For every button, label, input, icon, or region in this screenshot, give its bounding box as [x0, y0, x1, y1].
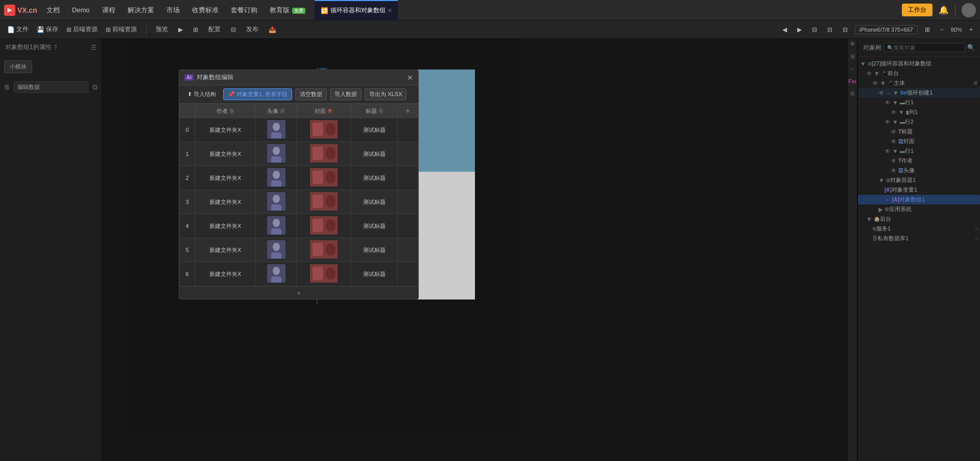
export-xlsx-button[interactable]: 导出为 XLSX [365, 88, 407, 100]
tree-loop-create[interactable]: 👁 → ▼ for 循环创建1 [858, 88, 980, 98]
eye-icon-5[interactable]: 👁 [891, 109, 897, 116]
tree-avatar[interactable]: 👁 🖼 头像 [858, 166, 980, 175]
device-selector[interactable]: iPhone6/7/8 375×667 [855, 25, 918, 34]
collapse-3[interactable]: ▼ [893, 89, 899, 97]
tree-backend[interactable]: ▼ 🏠 后台 [858, 214, 980, 224]
cell-title[interactable]: 测试标题 [351, 118, 398, 142]
search-input[interactable] [893, 44, 962, 51]
nav-docs[interactable]: 文档 [43, 6, 63, 15]
table-row[interactable]: 0新建文件夹X测试标题 [180, 118, 418, 142]
cell-cover[interactable] [296, 214, 351, 238]
eye-icon-2[interactable]: 👁 [872, 80, 878, 87]
user-avatar[interactable] [962, 3, 976, 17]
preview-button[interactable]: 预览 [153, 24, 171, 35]
file-button[interactable]: 📄 文件 [4, 24, 32, 35]
search-icon-btn[interactable]: 🔍 [967, 44, 975, 51]
nav-arrow-icon[interactable]: → [886, 89, 892, 97]
cell-title[interactable]: 测试标题 [351, 190, 398, 214]
settings-icon-2[interactable]: ⚙ [973, 80, 978, 86]
tree-obj-container[interactable]: ▼ ⊞ 对象容器1 [858, 175, 980, 185]
collapse-6[interactable]: ▼ [892, 119, 898, 126]
collapse-as[interactable]: ▶ [878, 206, 883, 213]
collapse-5[interactable]: ▼ [898, 109, 904, 116]
logo[interactable]: ▶ VX.cn [4, 5, 37, 16]
table-row[interactable]: 4新建文件夹X测试标题 [180, 214, 418, 238]
nav-course[interactable]: 课程 [99, 6, 118, 15]
collapse-1[interactable]: ▼ [874, 70, 880, 77]
cell-title[interactable]: 测试标题 [351, 142, 398, 166]
deploy-button[interactable]: 配置 [205, 24, 224, 35]
clear-data-button[interactable]: 清空数据 [295, 88, 327, 100]
search-box[interactable]: 🔍 [883, 43, 965, 52]
cell-avatar[interactable] [256, 238, 297, 262]
cell-cover[interactable] [296, 190, 351, 214]
text-icon[interactable]: Fw [848, 78, 856, 84]
cell-title[interactable]: 测试标题 [351, 214, 398, 238]
tree-row1[interactable]: 👁 ▼ ▬ 行1 [858, 98, 980, 107]
zoom-in-button[interactable]: + [966, 25, 976, 35]
table-row[interactable]: 2新建文件夹X测试标题 [180, 166, 418, 190]
tree-private-db[interactable]: 🗄 私有数据库1 ○ [858, 234, 980, 243]
tree-col1[interactable]: 👁 ▼ ▮ 列1 [858, 107, 980, 117]
add-row-button[interactable]: + [179, 286, 418, 299]
cell-title[interactable]: 测试标题 [351, 262, 398, 286]
tree-main-body[interactable]: 👁 ▼ 📱 主体 ⚙ [858, 78, 980, 88]
nav-education[interactable]: 教育版 免费 [267, 6, 309, 15]
view-mode-1[interactable]: ⊟ [809, 25, 820, 35]
import-data-button[interactable]: 导入数据 [330, 88, 362, 100]
cell-cover[interactable] [296, 142, 351, 166]
eye-icon-3[interactable]: 👁 [878, 89, 885, 97]
tree-frontend[interactable]: 👁 ▼ 📱 前台 [858, 68, 980, 78]
view-mode-3[interactable]: ⊟ [840, 25, 851, 35]
collapse-2[interactable]: ▼ [880, 80, 886, 87]
cell-avatar[interactable] [256, 166, 297, 190]
cell-cover[interactable] [296, 238, 351, 262]
nav-back-button[interactable]: ◀ [779, 25, 790, 35]
backend-button[interactable]: ⊞ 后端资源 [63, 24, 101, 35]
tree-root[interactable]: ▼ ⊞ [27]循环容器和对象数组 [858, 59, 980, 68]
eye-icon-9[interactable]: 👁 [885, 148, 891, 155]
arrow-icon[interactable]: ← [850, 66, 855, 72]
cell-author[interactable]: 新建文件夹X [195, 142, 256, 166]
active-var-button[interactable]: 📌 对象变量1, 所有字段 [223, 88, 292, 100]
eye-icon-1[interactable]: 👁 [866, 70, 872, 77]
cell-author[interactable]: 新建文件夹X [195, 166, 256, 190]
tree-row2[interactable]: 👁 ▼ ▬ 行2 [858, 117, 980, 127]
tree-obj-var[interactable]: [A] 对象变量1 [858, 185, 980, 195]
cell-avatar[interactable] [256, 214, 297, 238]
nav-forward-button[interactable]: ▶ [794, 25, 805, 35]
nav-solution[interactable]: 解决方案 [125, 6, 157, 15]
zoom-out-button[interactable]: − [937, 25, 947, 35]
cell-cover[interactable] [296, 118, 351, 142]
tree-author[interactable]: 👁 T 作者 [858, 156, 980, 166]
nav-pricing[interactable]: 收费标准 [189, 6, 222, 15]
help-icon[interactable]: ? [54, 44, 57, 51]
collapse-oc[interactable]: ▼ [878, 177, 885, 184]
cell-avatar[interactable] [256, 190, 297, 214]
settings-icon-strip[interactable]: ⚙ [850, 90, 855, 97]
eye-icon-6[interactable]: 👁 [885, 119, 891, 126]
table-row[interactable]: 3新建文件夹X测试标题 [180, 190, 418, 214]
cell-author[interactable]: 新建文件夹X [195, 118, 256, 142]
frontend-button[interactable]: ⊞ 前端资源 [103, 24, 140, 35]
cell-author[interactable]: 新建文件夹X [195, 262, 256, 286]
modal-close-button[interactable]: ✕ [407, 74, 413, 82]
edit-data-button[interactable]: 编辑数据 [14, 81, 88, 93]
nav-market[interactable]: 市场 [163, 6, 183, 15]
active-tab[interactable]: 🔁 循环容器和对象数组 ✕ [315, 0, 398, 20]
tree-obj-array[interactable]: ← [A] 对象数组1 [858, 195, 980, 204]
copy-icon[interactable]: ⧉ [92, 83, 98, 91]
table-row[interactable]: 6新建文件夹X测试标题 [180, 262, 418, 286]
grid-button[interactable]: ⊞ [190, 25, 201, 35]
config-button[interactable]: ⊟ [228, 25, 239, 35]
workspace-button[interactable]: 工作台 [902, 4, 933, 16]
tree-cover[interactable]: 👁 🖼 封面 [858, 136, 980, 146]
cell-author[interactable]: 新建文件夹X [195, 238, 256, 262]
nav-package[interactable]: 套餐订购 [228, 6, 260, 15]
collapse-4[interactable]: ▼ [892, 99, 898, 106]
layers-icon[interactable]: ⊞ [850, 53, 855, 60]
collapse-bt[interactable]: ▼ [866, 216, 872, 223]
col-add-header[interactable]: + [398, 104, 418, 118]
cell-avatar[interactable] [256, 262, 297, 286]
eye-icon-4[interactable]: 👁 [885, 99, 891, 106]
